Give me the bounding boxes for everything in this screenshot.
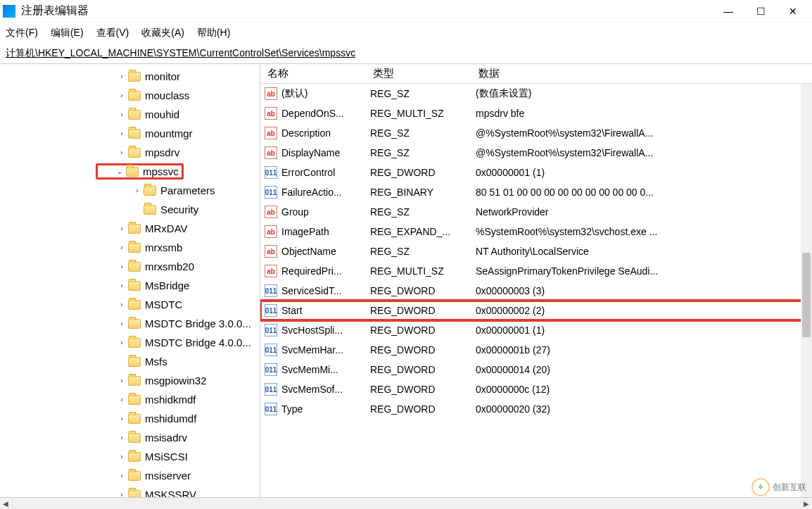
scroll-right-icon[interactable]: ▶ <box>801 498 812 509</box>
menu-file[interactable]: 文件(F) <box>6 27 38 39</box>
list-row[interactable]: 011SvcMemHar...REG_DWORD0x0000001b (27) <box>260 340 812 360</box>
cell-type: REG_EXPAND_... <box>370 226 476 237</box>
list-row[interactable]: 011FailureActio...REG_BINARY80 51 01 00 … <box>260 182 812 202</box>
menu-bar: 文件(F) 编辑(E) 查看(V) 收藏夹(A) 帮助(H) <box>0 23 812 44</box>
tree-node-mountmgr[interactable]: ›mountmgr <box>0 124 260 143</box>
list-row[interactable]: ab(默认)REG_SZ(数值未设置) <box>260 84 812 103</box>
col-name[interactable]: 名称 <box>260 67 366 80</box>
minimize-button[interactable]: — <box>712 0 744 23</box>
string-value-icon: ab <box>265 225 277 238</box>
expand-icon[interactable]: › <box>117 338 127 348</box>
binary-value-icon: 011 <box>265 324 277 337</box>
tree-node-mskssrv[interactable]: ›MSKSSRV <box>0 485 260 497</box>
tree-node-mpssvc[interactable]: ⌄mpssvc <box>0 162 260 181</box>
expand-icon[interactable]: › <box>117 433 127 443</box>
tree-label: mrxsmb <box>145 241 182 253</box>
expand-icon[interactable]: › <box>117 452 127 462</box>
scrollbar-thumb[interactable] <box>802 253 811 337</box>
cell-data: @%SystemRoot%\system32\FirewallA... <box>476 127 812 139</box>
tree-node-mrxdav[interactable]: ›MRxDAV <box>0 219 260 238</box>
expand-icon[interactable]: › <box>117 490 127 498</box>
folder-icon <box>128 243 141 253</box>
maximize-button[interactable]: ☐ <box>744 0 777 23</box>
binary-value-icon: 011 <box>265 284 277 297</box>
list-row[interactable]: 011ErrorControlREG_DWORD0x00000001 (1) <box>260 163 812 182</box>
list-row[interactable]: 011ServiceSidT...REG_DWORD0x00000003 (3) <box>260 281 812 301</box>
folder-icon <box>144 205 156 215</box>
expand-icon[interactable]: › <box>117 224 127 234</box>
col-type[interactable]: 类型 <box>366 67 471 80</box>
address-bar[interactable]: 计算机\HKEY_LOCAL_MACHINE\SYSTEM\CurrentCon… <box>0 44 812 63</box>
list-body[interactable]: ab(默认)REG_SZ(数值未设置)abDependOnS...REG_MUL… <box>260 84 812 419</box>
expand-icon[interactable]: ⌄ <box>115 167 125 177</box>
cell-type: REG_MULTI_SZ <box>370 108 476 119</box>
cell-data: (数值未设置) <box>476 87 812 100</box>
tree-node-mouhid[interactable]: ›mouhid <box>0 105 260 124</box>
tree-node-msgpiowin32[interactable]: ›msgpiowin32 <box>0 371 260 390</box>
tree-node-msdtc-bridge-3-0-0-[interactable]: ›MSDTC Bridge 3.0.0... <box>0 314 260 333</box>
expand-icon[interactable]: › <box>117 110 127 120</box>
cell-name: DisplayName <box>281 147 370 158</box>
tree-node-mouclass[interactable]: ›mouclass <box>0 86 260 105</box>
cell-name: ErrorControl <box>281 167 370 178</box>
menu-help[interactable]: 帮助(H) <box>197 27 230 39</box>
expand-icon[interactable]: › <box>117 300 127 310</box>
menu-edit[interactable]: 编辑(E) <box>51 27 84 39</box>
folder-icon <box>128 414 141 424</box>
list-row[interactable]: 011SvcHostSpli...REG_DWORD0x00000001 (1) <box>260 320 812 340</box>
tree-node-mshidkmdf[interactable]: ›mshidkmdf <box>0 390 260 409</box>
folder-icon <box>128 110 141 120</box>
list-header: 名称 类型 数据 <box>260 64 812 84</box>
tree-node-msdtc-bridge-4-0-0-[interactable]: ›MSDTC Bridge 4.0.0... <box>0 333 260 352</box>
tree-node-mrxsmb20[interactable]: ›mrxsmb20 <box>0 257 260 276</box>
expand-icon[interactable]: › <box>117 148 127 158</box>
list-row[interactable]: 011TypeREG_DWORD0x00000020 (32) <box>260 399 812 419</box>
tree-scrollbar[interactable] <box>801 84 812 497</box>
list-row[interactable]: abRequiredPri...REG_MULTI_SZSeAssignPrim… <box>260 261 812 281</box>
cell-data: @%SystemRoot%\system32\FirewallA... <box>476 147 812 158</box>
tree-node-msfs[interactable]: Msfs <box>0 352 260 371</box>
tree-node-mshidumdf[interactable]: ›mshidumdf <box>0 409 260 428</box>
tree-node-parameters[interactable]: ›Parameters <box>0 181 260 200</box>
menu-favorites[interactable]: 收藏夹(A) <box>141 27 184 39</box>
expand-icon[interactable]: › <box>132 186 142 196</box>
list-row[interactable]: 011StartREG_DWORD0x00000002 (2) <box>260 301 812 320</box>
expand-icon[interactable]: › <box>117 243 127 253</box>
list-row[interactable]: abObjectNameREG_SZNT Authority\LocalServ… <box>260 241 812 261</box>
tree-node-msiserver[interactable]: ›msiserver <box>0 466 260 485</box>
cell-name: FailureActio... <box>281 187 370 198</box>
col-data[interactable]: 数据 <box>471 67 812 80</box>
list-row[interactable]: 011SvcMemSof...REG_DWORD0x0000000c (12) <box>260 379 812 399</box>
expand-icon[interactable]: › <box>117 414 127 424</box>
tree-node-mrxsmb[interactable]: ›mrxsmb <box>0 238 260 257</box>
list-row[interactable]: abGroupREG_SZNetworkProvider <box>260 202 812 222</box>
binary-value-icon: 011 <box>265 186 277 199</box>
list-row[interactable]: abDependOnS...REG_MULTI_SZmpsdrv bfe <box>260 103 812 123</box>
expand-icon[interactable]: › <box>117 281 127 291</box>
expand-icon[interactable]: › <box>117 72 127 82</box>
menu-view[interactable]: 查看(V) <box>96 27 129 39</box>
tree-node-monitor[interactable]: ›monitor <box>0 67 260 86</box>
list-row[interactable]: abDisplayNameREG_SZ@%SystemRoot%\system3… <box>260 143 812 163</box>
expand-icon[interactable]: › <box>117 91 127 101</box>
list-row[interactable]: abDescriptionREG_SZ@%SystemRoot%\system3… <box>260 123 812 143</box>
scroll-left-icon[interactable]: ◀ <box>0 498 11 509</box>
expand-icon[interactable]: › <box>117 376 127 386</box>
cell-data: 0x0000000c (12) <box>476 384 812 395</box>
tree-panel[interactable]: ›monitor›mouclass›mouhid›mountmgr›mpsdrv… <box>0 64 260 497</box>
list-row[interactable]: 011SvcMemMi...REG_DWORD0x00000014 (20) <box>260 360 812 379</box>
horizontal-scrollbar[interactable]: ◀ ▶ <box>0 498 812 509</box>
close-button[interactable]: ✕ <box>777 0 809 23</box>
expand-icon[interactable]: › <box>117 129 127 139</box>
expand-icon[interactable]: › <box>117 471 127 481</box>
expand-icon[interactable]: › <box>117 395 127 405</box>
expand-icon[interactable]: › <box>117 319 127 329</box>
tree-node-security[interactable]: Security <box>0 200 260 219</box>
expand-icon[interactable]: › <box>117 262 127 272</box>
tree-node-msbridge[interactable]: ›MsBridge <box>0 276 260 295</box>
tree-node-mpsdrv[interactable]: ›mpsdrv <box>0 143 260 162</box>
tree-node-msdtc[interactable]: ›MSDTC <box>0 295 260 314</box>
tree-node-msiscsi[interactable]: ›MSiSCSI <box>0 447 260 466</box>
list-row[interactable]: abImagePathREG_EXPAND_...%SystemRoot%\sy… <box>260 222 812 241</box>
tree-node-msisadrv[interactable]: ›msisadrv <box>0 428 260 447</box>
